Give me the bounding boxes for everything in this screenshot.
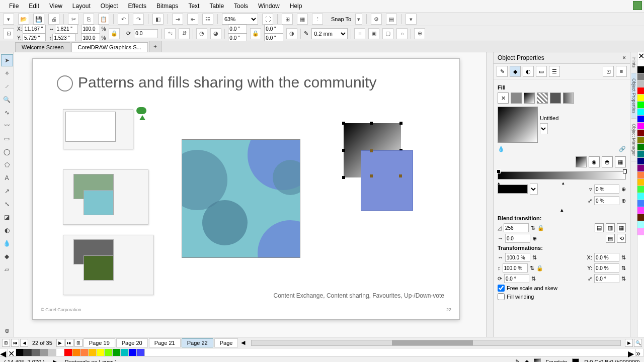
menu-text[interactable]: Text (183, 3, 204, 10)
rectangle-tool[interactable]: ▭ (1, 133, 13, 145)
trans-skew-input[interactable] (594, 274, 619, 283)
outline-width-select[interactable]: 0.2 mm (311, 28, 348, 39)
color-swatch[interactable] (637, 172, 644, 179)
color-swatch[interactable] (105, 349, 113, 356)
trans-width-input[interactable] (505, 253, 530, 262)
blend-default-button[interactable]: ▤ (595, 223, 604, 232)
drop-shadow-tool[interactable]: ◪ (1, 211, 13, 223)
hints-docker-tab[interactable]: Hints (631, 52, 636, 73)
redo-button[interactable]: ↷ (133, 14, 144, 25)
search-content-button[interactable]: ◧ (152, 14, 164, 25)
prev-page-button[interactable]: ◀ (20, 339, 28, 347)
freehand-tool[interactable]: ∿ (1, 107, 13, 119)
share-fill-icon[interactable]: 🔗 (619, 146, 626, 152)
page-tab-generic[interactable]: Page (214, 338, 238, 347)
launch-button[interactable]: ▾ (406, 14, 417, 25)
color-swatch[interactable] (121, 349, 129, 356)
corner-lock-button[interactable]: 🔒 (250, 28, 261, 39)
blend-cw-button[interactable]: ▥ (606, 223, 615, 232)
menu-effects[interactable]: Effects (123, 3, 151, 10)
mirror-h-button[interactable]: ⇋ (165, 28, 176, 39)
color-swatch[interactable] (637, 207, 644, 214)
polygon-tool[interactable]: ⬠ (1, 159, 13, 171)
smart-fill-tool[interactable]: ▱ (1, 263, 13, 276)
page-tab-scroll[interactable]: ◀ (239, 339, 247, 346)
palette-scroll-right[interactable]: ▶ (628, 349, 636, 356)
fill-winding-checkbox[interactable] (498, 293, 505, 300)
trans-rotate-input[interactable] (504, 274, 529, 283)
color-swatch[interactable] (637, 214, 644, 221)
opacity-stepper[interactable]: ⊕ (621, 186, 626, 193)
fill-tab[interactable]: ◆ (510, 66, 521, 77)
color-swatch[interactable] (637, 165, 644, 172)
color-swatch[interactable] (637, 228, 644, 235)
to-back-button[interactable]: ▢ (382, 28, 393, 39)
texture-fill-button[interactable] (563, 93, 574, 104)
collapse-toggle[interactable]: ▴ (498, 207, 626, 213)
conical-type-button[interactable]: ◓ (602, 156, 613, 167)
undo-button[interactable]: ↶ (118, 14, 129, 25)
scroll-right-button[interactable]: ▶ (625, 339, 633, 347)
color-swatch[interactable] (637, 221, 644, 228)
palette-scroll-left[interactable]: ◀ (0, 349, 8, 356)
menu-table[interactable]: Table (204, 3, 229, 10)
elliptical-type-button[interactable]: ◉ (589, 156, 600, 167)
pick-origin-button[interactable]: ⊡ (3, 28, 14, 39)
tab-document[interactable]: CorelDRAW Graphics S... (71, 42, 148, 52)
tab-welcome[interactable]: Welcome Screen (15, 42, 70, 52)
no-fill-button[interactable]: ✕ (498, 93, 509, 104)
trans-height-input[interactable] (503, 263, 528, 273)
color-swatch[interactable] (56, 349, 64, 356)
color-swatch[interactable] (48, 349, 56, 356)
copy-button[interactable]: ⎘ (83, 14, 94, 25)
blue-rectangle[interactable] (361, 150, 413, 211)
color-swatch[interactable] (32, 349, 40, 356)
add-page-button[interactable]: ⊞ (2, 339, 10, 347)
mirror-repeat-button[interactable]: ▤ (606, 234, 615, 243)
color-swatch[interactable] (637, 193, 644, 200)
publish-pdf-button[interactable]: ☷ (202, 14, 213, 25)
summary-tab[interactable]: ☰ (549, 66, 560, 77)
color-swatch[interactable] (637, 186, 644, 193)
navigator-button[interactable]: 🔍 (634, 339, 642, 347)
node-color-picker[interactable] (498, 185, 528, 194)
play-icon[interactable]: ▶ (53, 358, 57, 362)
color-swatch[interactable] (637, 144, 644, 151)
color-swatch[interactable] (637, 158, 644, 165)
convert-curves-button[interactable]: ○ (396, 28, 408, 39)
dock-button[interactable]: ⊡ (603, 66, 614, 77)
bitmap-fill-button[interactable] (550, 93, 561, 104)
drawing-page[interactable]: Patterns and fills sharing with the comm… (32, 58, 460, 320)
free-scale-checkbox[interactable] (498, 285, 505, 292)
app-launcher-button[interactable]: ▤ (386, 14, 397, 25)
snap-dropdown[interactable]: ▾ (355, 14, 362, 25)
color-swatch[interactable] (129, 349, 137, 356)
outline-tab[interactable]: ✎ (497, 66, 508, 77)
color-swatch[interactable] (637, 130, 644, 137)
interactive-fill-tool[interactable]: ◆ (1, 250, 13, 262)
rectangular-type-button[interactable]: ▦ (615, 156, 626, 167)
page-tab-22[interactable]: Page 22 (182, 338, 213, 347)
object-properties-docker-tab[interactable]: Object Properties (631, 73, 636, 119)
quick-customize-button[interactable]: ⊕ (414, 28, 425, 39)
color-swatch[interactable] (24, 349, 32, 356)
eyedropper-fill-icon[interactable]: 💧 (498, 146, 505, 152)
zoom-select[interactable]: 63% (222, 14, 258, 25)
gradient-stop-end[interactable] (623, 169, 627, 173)
open-button[interactable]: 📂 (18, 14, 29, 25)
page-tab-20[interactable]: Page 20 (116, 338, 148, 347)
lock-steps-icon[interactable]: 🔒 (537, 225, 544, 231)
trans-x-input[interactable] (594, 253, 619, 262)
corner-scallop-button[interactable]: ◕ (210, 28, 221, 39)
scale-x-input[interactable] (81, 25, 100, 34)
mirror-v-button[interactable]: ⇵ (179, 28, 190, 39)
color-swatch[interactable] (16, 349, 24, 356)
transparency-tool[interactable]: ◐ (1, 224, 13, 236)
position-stepper[interactable]: ⊕ (621, 198, 626, 204)
gradient-bar[interactable] (498, 171, 626, 179)
no-color-swatch[interactable]: ✕ (637, 52, 644, 59)
color-swatch[interactable] (637, 123, 644, 130)
artistic-media-tool[interactable]: 〰 (1, 120, 13, 132)
menu-help[interactable]: Help (285, 3, 307, 10)
next-page-button[interactable]: ▶ (56, 339, 64, 347)
